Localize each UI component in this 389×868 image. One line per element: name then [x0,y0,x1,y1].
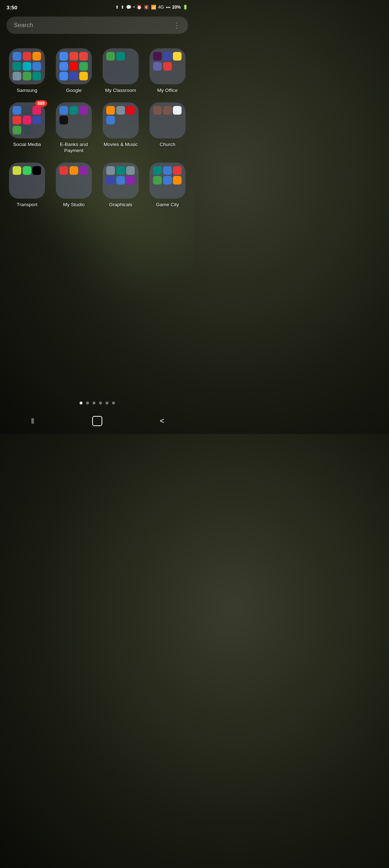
mini-icon-game-city-1 [163,166,172,175]
folder-label-my-classroom: My Classroom [105,87,136,94]
mini-icon-google-8 [79,72,88,80]
mini-icon-my-classroom-3 [106,62,115,71]
mini-icon-my-classroom-1 [116,52,125,61]
mini-icon-my-studio-7 [70,186,78,195]
mute-icon: 🔇 [144,5,149,10]
badge-social-media: 889 [35,100,47,107]
mini-icon-church-5 [173,116,182,124]
status-bar: 3:50 ⬆ ⬆ 💬 • ⏰ 🔇 📶 4G ▪▪▪ 20% 🔋 [0,0,194,13]
mini-icon-samsung-8 [32,72,41,80]
page-dot-2[interactable] [93,402,95,404]
battery-icon: 🔋 [183,5,188,10]
mini-icon-church-1 [163,106,172,115]
folder-my-studio[interactable]: My Studio [50,159,97,213]
folder-my-classroom[interactable]: My Classroom [97,45,144,99]
mini-icon-transport-7 [23,186,31,195]
page-dot-5[interactable] [112,402,115,404]
mini-icon-my-studio-0 [59,166,68,175]
mini-icon-church-7 [163,126,172,134]
folder-icon-transport [9,163,45,199]
search-more-icon[interactable]: ⋮ [173,21,181,30]
mini-icon-ebanks-8 [79,126,88,134]
folder-social-media[interactable]: 889Social Media [4,99,50,159]
folder-church[interactable]: Church [144,99,191,159]
mini-icon-google-5 [79,62,88,71]
mini-icon-my-classroom-8 [126,72,135,80]
back-icon: < [160,416,165,426]
search-placeholder: Search [14,22,33,29]
mini-icon-church-4 [163,116,172,124]
4g-icon: 4G [158,5,164,10]
mini-icon-transport-0 [13,166,21,175]
home-button[interactable] [89,413,105,429]
mini-icon-movies-music-4 [116,116,125,124]
mini-icon-movies-music-8 [126,126,135,134]
page-dot-0[interactable] [80,402,82,404]
status-time: 3:50 [6,4,17,10]
mini-icon-my-studio-8 [79,186,88,195]
folder-graphicals[interactable]: Graphicals [97,159,144,213]
upload-icon-2: ⬆ [121,5,124,10]
folder-icon-game-city [149,163,185,199]
mini-icon-church-0 [153,106,162,115]
mini-icon-graphicals-2 [126,166,135,175]
recents-icon: ⦀ [31,416,34,426]
page-dot-3[interactable] [99,402,102,404]
mini-icon-my-studio-5 [79,176,88,185]
mini-icon-game-city-7 [163,186,172,195]
folder-movies-music[interactable]: Movies & Music [97,99,144,159]
mini-icon-graphicals-0 [106,166,115,175]
search-bar[interactable]: Search ⋮ [6,17,188,34]
mini-icon-social-media-8 [32,126,41,134]
mini-icon-samsung-1 [23,52,31,61]
mini-icon-google-2 [79,52,88,61]
wifi-icon: 📶 [151,5,156,10]
mini-icon-my-classroom-4 [116,62,125,71]
mini-icon-my-office-7 [163,72,172,80]
mini-icon-movies-music-7 [116,126,125,134]
mini-icon-transport-6 [13,186,21,195]
folder-icon-google [56,48,92,84]
recents-button[interactable]: ⦀ [24,413,40,429]
alarm-icon: ⏰ [137,5,142,10]
page-indicators [0,402,194,404]
folder-label-samsung: Samsung [17,87,37,94]
mini-icon-ebanks-1 [70,106,78,115]
folder-google[interactable]: Google [50,45,97,99]
mini-icon-transport-8 [32,186,41,195]
mini-icon-transport-3 [13,176,21,185]
mini-icon-game-city-0 [153,166,162,175]
folder-icon-movies-music [103,102,139,138]
signal-icon: ▪▪▪ [166,5,170,10]
folder-ebanks[interactable]: E-Banks and Payment [50,99,97,159]
mini-icon-google-7 [70,72,78,80]
folder-game-city[interactable]: Game City [144,159,191,213]
mini-icon-google-4 [70,62,78,71]
mini-icon-movies-music-1 [116,106,125,115]
folder-my-office[interactable]: My Office [144,45,191,99]
folder-icon-my-office [149,48,185,84]
mini-icon-game-city-5 [173,176,182,185]
mini-icon-my-office-3 [153,62,162,71]
mini-icon-graphicals-1 [116,166,125,175]
mini-icon-church-6 [153,126,162,134]
upload-icon-1: ⬆ [115,5,119,10]
mini-icon-movies-music-2 [126,106,135,115]
folder-label-transport: Transport [17,201,37,208]
mini-icon-my-office-0 [153,52,162,61]
page-dot-1[interactable] [86,402,89,404]
mini-icon-game-city-3 [153,176,162,185]
mini-icon-social-media-5 [32,116,41,124]
folder-transport[interactable]: Transport [4,159,50,213]
mini-icon-my-classroom-6 [106,72,115,80]
back-button[interactable]: < [154,413,170,429]
mini-icon-my-studio-1 [70,166,78,175]
folder-label-church: Church [160,141,175,148]
mini-icon-my-classroom-5 [126,62,135,71]
mini-icon-ebanks-0 [59,106,68,115]
dot-icon: • [133,5,135,10]
mini-icon-my-office-2 [173,52,182,61]
page-dot-4[interactable] [106,402,108,404]
folder-samsung[interactable]: Samsung [4,45,50,99]
mini-icon-my-studio-4 [70,176,78,185]
